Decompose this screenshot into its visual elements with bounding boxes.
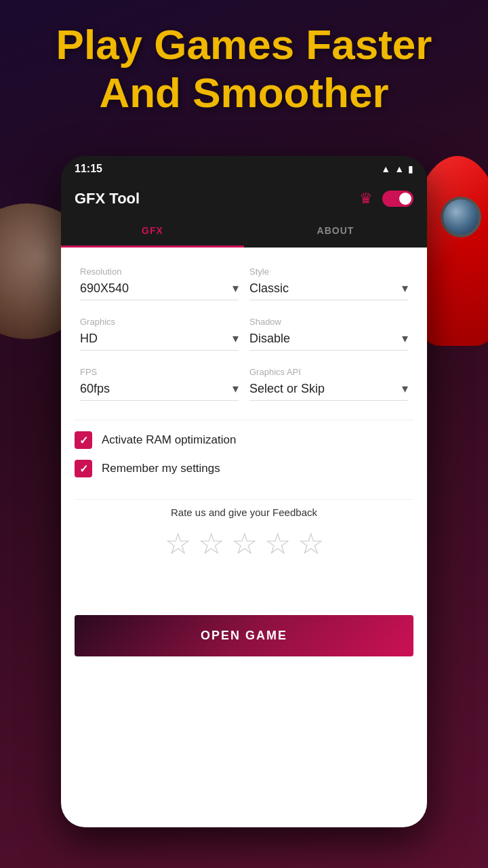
checkbox-ram-label: Activate RAM optimization [102,433,236,447]
checkbox-remember-label: Remember my settings [102,462,220,475]
status-time: 11:15 [75,163,102,175]
shadow-label: Shadow [249,317,408,327]
graphics-api-cell: Graphics API Select or Skip ▾ [244,359,413,409]
app-bar: GFX Tool ♛ [61,182,427,216]
style-dropdown[interactable]: Classic ▾ [249,281,408,300]
style-arrow: ▾ [402,281,408,296]
shadow-cell: Shadow Disable ▾ [244,309,413,359]
style-value: Classic [249,281,289,296]
star-3[interactable]: ☆ [231,526,258,561]
battery-icon: ▮ [408,163,413,174]
graphics-api-label: Graphics API [249,367,408,377]
shadow-dropdown[interactable]: Disable ▾ [249,331,408,351]
stars-row: ☆ ☆ ☆ ☆ ☆ [75,526,413,561]
resolution-cell: Resolution 690X540 ▾ [75,258,244,309]
star-2[interactable]: ☆ [198,526,224,561]
main-content: Resolution 690X540 ▾ Style Classic ▾ [61,248,427,827]
resolution-dropdown[interactable]: 690X540 ▾ [80,281,239,300]
graphics-api-value: Select or Skip [249,382,325,396]
fps-label: FPS [80,367,239,377]
fps-dropdown[interactable]: 60fps ▾ [80,381,239,401]
checkbox-section: ✓ Activate RAM optimization ✓ Remember m… [61,420,427,499]
style-cell: Style Classic ▾ [244,258,413,309]
graphics-value: HD [80,332,98,346]
tab-bar: GFX ABOUT [61,216,427,248]
star-4[interactable]: ☆ [264,526,291,561]
rating-section: Rate us and give your Feedback ☆ ☆ ☆ ☆ ☆ [61,500,427,574]
crown-icon[interactable]: ♛ [359,190,373,208]
checkbox-ram[interactable]: ✓ Activate RAM optimization [75,431,413,449]
checkbox-ram-box: ✓ [75,431,92,449]
graphics-label: Graphics [80,317,239,327]
status-bar: 11:15 ▲ ▲ ▮ [61,156,427,182]
wifi-icon: ▲ [381,163,390,174]
tab-gfx[interactable]: GFX [61,216,244,248]
status-icons: ▲ ▲ ▮ [381,163,413,174]
app-bar-actions: ♛ [359,190,413,208]
graphics-dropdown[interactable]: HD ▾ [80,331,239,351]
graphics-cell: Graphics HD ▾ [75,309,244,359]
open-game-section: OPEN GAME [61,601,427,670]
checkbox-remember-box: ✓ [75,460,92,477]
checkbox-remember-check: ✓ [79,462,88,475]
checkbox-ram-check: ✓ [79,434,88,447]
phone-mockup: 11:15 ▲ ▲ ▮ GFX Tool ♛ GFX ABOUT [61,156,427,827]
main-toggle[interactable] [382,191,413,207]
fps-arrow: ▾ [232,381,239,396]
tab-about[interactable]: ABOUT [244,216,427,248]
rating-text: Rate us and give your Feedback [75,507,413,518]
resolution-value: 690X540 [80,281,129,296]
fps-cell: FPS 60fps ▾ [75,359,244,409]
signal-icon: ▲ [394,163,404,174]
star-5[interactable]: ☆ [298,526,324,561]
style-label: Style [249,267,408,277]
graphics-api-arrow: ▾ [402,381,408,396]
app-title: GFX Tool [75,190,140,208]
graphics-api-dropdown[interactable]: Select or Skip ▾ [249,381,408,401]
settings-grid: Resolution 690X540 ▾ Style Classic ▾ [61,248,427,420]
fps-value: 60fps [80,382,110,396]
header-title: Play Games Faster And Smoother [0,20,488,117]
shadow-arrow: ▾ [402,331,408,346]
resolution-arrow: ▾ [232,281,239,296]
checkbox-remember[interactable]: ✓ Remember my settings [75,460,413,477]
resolution-label: Resolution [80,267,239,277]
graphics-arrow: ▾ [232,331,239,346]
open-game-button[interactable]: OPEN GAME [75,615,413,656]
star-1[interactable]: ☆ [165,526,191,561]
shadow-value: Disable [249,332,290,346]
